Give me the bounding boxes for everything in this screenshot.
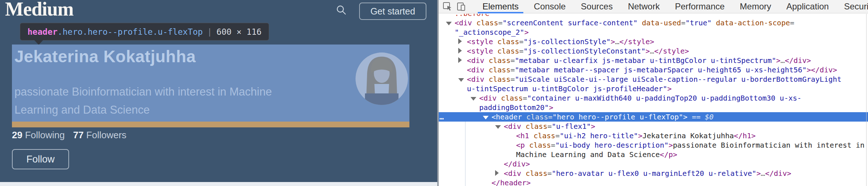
- dom-node-row[interactable]: <p class="ui-body hero-description">pass…: [439, 140, 868, 150]
- expand-arrow-down-icon[interactable]: [471, 93, 479, 103]
- expand-arrow-down-icon[interactable]: [458, 75, 467, 84]
- hero-highlight-overlay: Jekaterina Kokatjuhha passionate Bioinfo…: [12, 45, 409, 122]
- inspect-element-icon[interactable]: [442, 1, 452, 12]
- scrollbar-border: [866, 14, 867, 186]
- profile-bio: passionate Bioinformatician with interes…: [14, 83, 326, 119]
- tab-application[interactable]: Application: [779, 0, 836, 13]
- get-started-label: Get started: [370, 6, 415, 17]
- dom-node-row[interactable]: <div class="hero-avatar u-flex0 u-margin…: [439, 169, 868, 178]
- expand-arrow-right-icon[interactable]: [458, 56, 467, 65]
- following-count: 29: [12, 130, 22, 140]
- inspect-tooltip: header.hero.hero--profile.u-flexTop|600 …: [20, 23, 269, 41]
- expand-arrow-right-icon[interactable]: [458, 37, 467, 46]
- dom-node-row[interactable]: <div class="metabar metabar--spacer js-m…: [439, 65, 868, 75]
- dom-node-row[interactable]: <div class="metabar u-clearfix js-metaba…: [439, 56, 868, 65]
- devtools-toolbar: ElementsConsoleSourcesNetworkPerformance…: [439, 0, 868, 13]
- tab-network[interactable]: Network: [620, 0, 667, 13]
- margin-highlight-bar: [12, 122, 409, 127]
- dom-node-row[interactable]: </header>: [439, 178, 868, 186]
- screenshot-stage: Medium Get started header.hero.hero--pro…: [0, 0, 868, 186]
- medium-logo[interactable]: Medium: [5, 0, 73, 20]
- expand-arrow-right-icon[interactable]: [495, 169, 504, 178]
- dom-tree-rows: ::before<div class="screenContent surfac…: [439, 14, 868, 186]
- profile-avatar[interactable]: [356, 52, 408, 105]
- dom-node-row[interactable]: ::before: [439, 14, 868, 18]
- get-started-button[interactable]: Get started: [359, 3, 426, 20]
- tab-elements[interactable]: Elements: [475, 0, 526, 13]
- tooltip-selector-tag: header: [27, 27, 58, 37]
- tooltip-dimensions: 600 × 116: [217, 27, 262, 37]
- dom-node-row[interactable]: "_actionscope_2">: [439, 28, 868, 37]
- followers-label: Followers: [86, 130, 126, 140]
- devtools-tabs: ElementsConsoleSourcesNetworkPerformance…: [475, 0, 868, 13]
- dom-node-row[interactable]: paddingBottom20">: [439, 103, 868, 112]
- dom-node-row[interactable]: </div>: [439, 159, 868, 169]
- dom-node-row[interactable]: <div class="screenContent surface-conten…: [439, 18, 868, 28]
- dom-node-row[interactable]: <style class="js-collectionStyle">…</sty…: [439, 37, 868, 46]
- expand-arrow-right-icon[interactable]: [458, 46, 467, 56]
- tooltip-arrow: [34, 40, 43, 45]
- dom-node-row[interactable]: Machine Learning and Data Science</p>: [439, 150, 868, 159]
- page-bottom-strip: [0, 182, 437, 186]
- device-toolbar-icon[interactable]: [456, 1, 466, 12]
- tab-sources[interactable]: Sources: [573, 0, 620, 13]
- tab-console[interactable]: Console: [526, 0, 573, 13]
- search-icon[interactable]: [336, 4, 347, 16]
- follow-stats[interactable]: 29 Following 77 Followers: [12, 130, 127, 141]
- dom-node-row[interactable]: <div class="u-flex1">: [439, 122, 868, 131]
- profile-name: Jekaterina Kokatjuhha: [14, 47, 196, 66]
- dom-node-row[interactable]: <div class="container u-maxWidth640 u-pa…: [439, 93, 868, 103]
- tab-memory[interactable]: Memory: [732, 0, 779, 13]
- tooltip-divider: |: [203, 27, 217, 37]
- devtools-panel: ElementsConsoleSourcesNetworkPerformance…: [439, 0, 868, 186]
- expand-arrow-down-icon[interactable]: [483, 112, 492, 122]
- dom-node-row[interactable]: <style class="js-collectionStyleConstant…: [439, 46, 868, 56]
- following-label: Following: [25, 130, 65, 140]
- followers-count: 77: [73, 130, 84, 140]
- dom-node-row[interactable]: <div class="uiScale uiScale-ui--large ui…: [439, 75, 868, 84]
- dom-node-row[interactable]: <h1 class="ui-h2 hero-title">Jekaterina …: [439, 131, 868, 140]
- follow-button[interactable]: Follow: [12, 149, 69, 169]
- expand-arrow-down-icon[interactable]: [446, 18, 455, 28]
- tab-security[interactable]: Security: [837, 0, 868, 13]
- medium-page: Medium Get started header.hero.hero--pro…: [0, 0, 437, 186]
- dom-node-row-selected[interactable]: <header class="hero hero--profile u-flex…: [439, 112, 868, 122]
- overflow-menu-button[interactable]: …: [439, 112, 444, 122]
- dom-node-row[interactable]: u-tintSpectrum u-tintBgColor js-profileH…: [439, 84, 868, 93]
- indent-guide: [465, 122, 465, 186]
- dom-tree: ::before<div class="screenContent surfac…: [439, 14, 868, 186]
- avatar-image: [356, 52, 408, 105]
- tab-performance[interactable]: Performance: [667, 0, 732, 13]
- follow-label: Follow: [26, 154, 55, 165]
- tooltip-selector-classes: .hero.hero--profile.u-flexTop: [58, 27, 203, 37]
- expand-arrow-down-icon[interactable]: [495, 122, 504, 131]
